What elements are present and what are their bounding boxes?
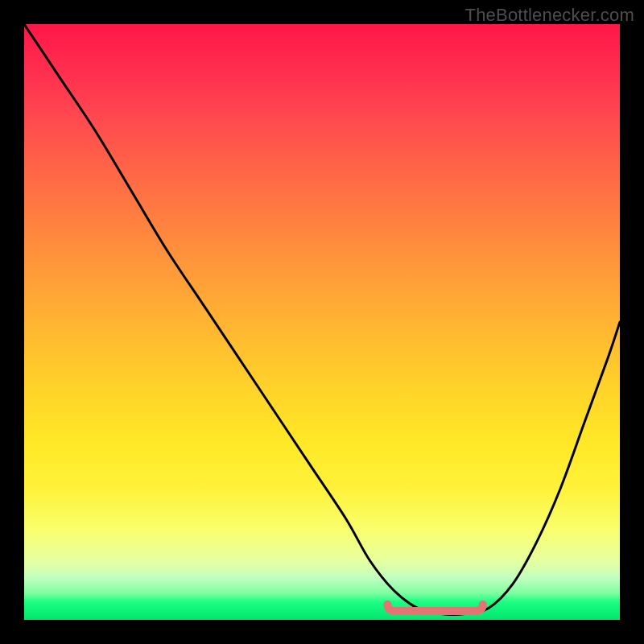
plot-area <box>24 24 620 620</box>
watermark-text: TheBottlenecker.com <box>465 5 634 26</box>
chart-frame <box>24 24 620 620</box>
chart-svg <box>24 24 620 620</box>
bottleneck-curve <box>24 24 620 615</box>
flat-bottom-marker <box>387 605 482 611</box>
chart-stage: TheBottlenecker.com <box>0 0 644 644</box>
